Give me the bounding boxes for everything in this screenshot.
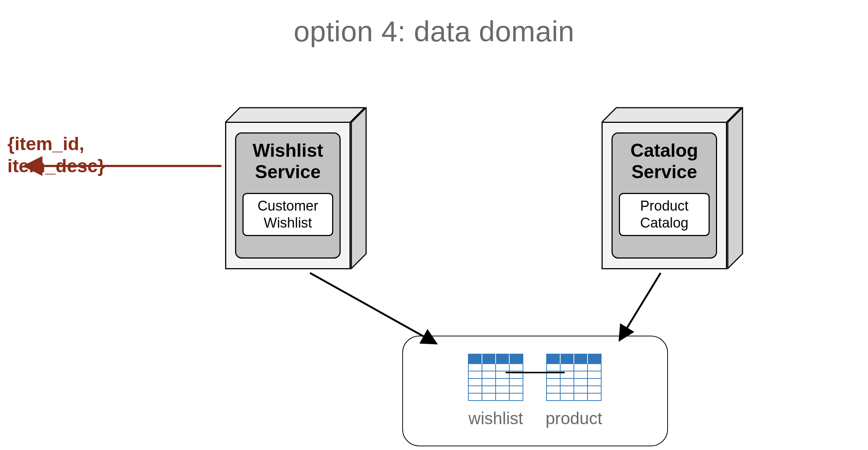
data-domain-container: wishlist product (402, 336, 668, 446)
box-3d-side (727, 107, 742, 269)
service-title: Catalog Service (630, 140, 698, 183)
arrow-catalog-to-domain (620, 273, 661, 339)
catalog-service-box: Catalog Service Product Catalog (602, 107, 742, 269)
table-label: product (545, 408, 602, 428)
diagram-title: option 4: data domain (0, 15, 868, 48)
box-front: Wishlist Service Customer Wishlist (225, 122, 351, 269)
box-inner: Wishlist Service Customer Wishlist (235, 132, 341, 259)
box-inner: Catalog Service Product Catalog (612, 132, 717, 259)
service-sub-line-2: Catalog (627, 215, 701, 232)
box-3d-top (602, 107, 742, 122)
service-title-line-2: Service (630, 162, 698, 183)
svg-marker-1 (351, 108, 366, 269)
payload-line-1: {item_id, (7, 133, 105, 155)
service-title: Wishlist Service (252, 140, 323, 183)
box-3d-side (351, 107, 365, 269)
table-icon (546, 354, 602, 403)
service-subcomponent: Product Catalog (619, 193, 710, 236)
box-3d-top (225, 107, 365, 122)
payload-line-2: item_desc} (7, 155, 105, 177)
service-sub-line-2: Wishlist (251, 215, 325, 232)
service-subcomponent: Customer Wishlist (242, 193, 333, 236)
svg-marker-0 (225, 108, 365, 122)
product-table: product (545, 354, 602, 428)
service-sub-line-1: Product (627, 198, 701, 215)
box-front: Catalog Service Product Catalog (602, 122, 727, 269)
wishlist-service-box: Wishlist Service Customer Wishlist (225, 107, 365, 269)
arrow-wishlist-to-domain (310, 273, 435, 343)
service-title-line-1: Catalog (630, 140, 698, 162)
table-icon (468, 354, 523, 403)
svg-marker-2 (602, 108, 741, 122)
service-title-line-1: Wishlist (252, 140, 323, 162)
svg-marker-3 (728, 108, 743, 269)
table-label: wishlist (468, 408, 523, 428)
diagram-stage: option 4: data domain {item_id, item_des… (0, 0, 868, 450)
service-sub-line-1: Customer (251, 198, 325, 215)
service-title-line-2: Service (252, 162, 323, 183)
wishlist-table: wishlist (468, 354, 523, 428)
response-payload-label: {item_id, item_desc} (7, 133, 105, 177)
